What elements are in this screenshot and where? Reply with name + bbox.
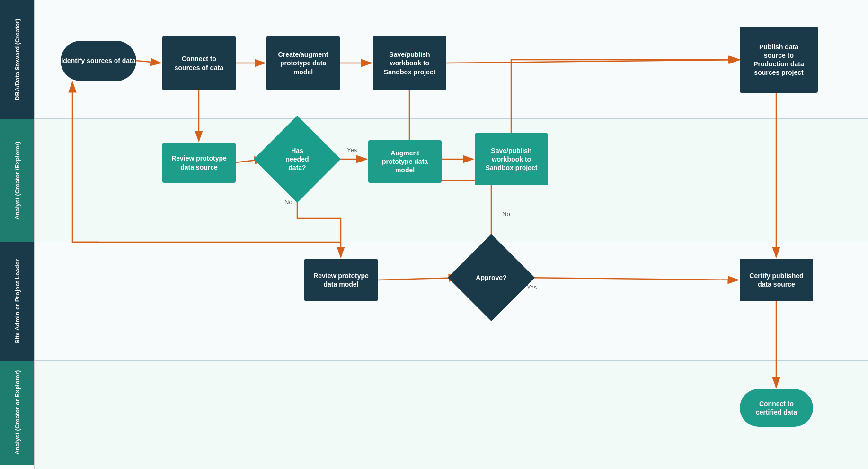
node-create-augment: Create/augmentprototype datamodel — [266, 36, 340, 90]
node-approve: Approve? — [448, 234, 535, 321]
lane-bg-2 — [35, 119, 868, 242]
lane-labels: DBA/Data Steward (Creator) Analyst (Crea… — [0, 0, 35, 469]
lane-label-siteadmin: Site Admin or Project Leader — [0, 242, 34, 361]
node-save-publish-sandbox-2: Save/publishworkbook toSandbox project — [475, 133, 548, 185]
node-save-publish-sandbox-1: Save/publishworkbook toSandbox project — [373, 36, 446, 90]
lane-label-dba: DBA/Data Steward (Creator) — [0, 0, 34, 119]
node-review-prototype-model: Review prototypedata model — [304, 259, 378, 301]
diagram-main: Yes No No Yes Identify sources of data C… — [35, 0, 868, 469]
node-identify-sources: Identify sources of data — [61, 41, 136, 81]
node-connect-certified: Connect tocertified data — [740, 389, 813, 427]
node-review-prototype-source: Review prototypedata source — [162, 143, 236, 183]
node-augment-prototype: Augmentprototype datamodel — [368, 140, 442, 183]
node-connect-sources: Connect tosources of data — [162, 36, 236, 90]
lane-label-analyst2: Analyst (Creator or Explorer) — [0, 361, 34, 465]
node-certify-published: Certify publisheddata source — [740, 259, 813, 301]
node-publish-production: Publish datasource toProduction datasour… — [740, 27, 818, 93]
node-has-needed-data: Hasneededdata? — [254, 116, 341, 203]
diagram-container: DBA/Data Steward (Creator) Analyst (Crea… — [0, 0, 868, 469]
lane-label-analyst1: Analyst (Creator /Explorer) — [0, 119, 34, 242]
